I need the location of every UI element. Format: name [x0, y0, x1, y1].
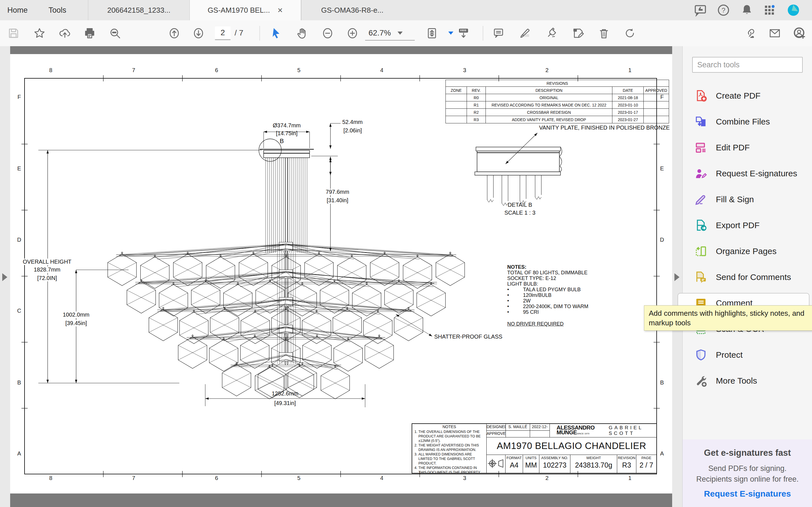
print-button[interactable]: [82, 25, 98, 41]
protect-icon: [695, 348, 707, 361]
search-input[interactable]: [692, 57, 803, 73]
zone-label: 1: [621, 67, 638, 73]
designed-date: 2022-12-14: [530, 424, 550, 431]
sidebar-item-export-pdf[interactable]: Export PDF: [682, 212, 812, 238]
dim-drop-mm: 52.4mm: [342, 119, 363, 125]
fit-page-button[interactable]: [424, 25, 440, 41]
create-pdf-icon: [695, 89, 707, 102]
chevron-down-icon: [398, 32, 403, 35]
sidebar-item-send-for-comments[interactable]: Send for Comments: [682, 264, 812, 290]
export-pdf-icon: [695, 219, 707, 232]
zone-label: B: [654, 379, 670, 386]
zone-label: 8: [42, 475, 59, 482]
sidebar-item-combine-files[interactable]: Combine Files: [682, 109, 812, 135]
zoom-out-button[interactable]: [320, 25, 336, 41]
zoom-in-button[interactable]: [345, 25, 360, 41]
sidebar-item-organize-pages[interactable]: Organize Pages: [682, 238, 812, 264]
toolbar-divider: [483, 26, 483, 41]
organize-pages-icon: [695, 245, 707, 258]
zone-label: 2: [539, 475, 555, 482]
search-button[interactable]: [107, 25, 123, 41]
combine-files-icon: [695, 115, 707, 128]
dim-body-in: [39.45in]: [64, 320, 88, 327]
alessandro-munge-logo: ALESSANDROMUNGESINCE 1970: [557, 425, 595, 436]
save-button[interactable]: [6, 25, 21, 41]
request-e-signatures-icon: [695, 167, 707, 180]
designed-value: S. MAILLÉ: [506, 424, 530, 431]
revisions-table: REVISIONSZONEREV.DESCRIPTIONDATEAPPROVED…: [446, 80, 669, 123]
comment-tool-button[interactable]: [491, 25, 506, 41]
revision-row: R1REVISED ACCORDING TO REMARKS MADE ON D…: [446, 101, 669, 109]
zone-label: 7: [125, 475, 142, 482]
zone-label: F: [11, 94, 28, 100]
notes-title: NOTES:: [507, 264, 589, 270]
page-gap-top: [10, 46, 672, 54]
sign-tool-button[interactable]: [544, 25, 559, 41]
document-tab-2-active[interactable]: GS-AM1970 BEL...✕: [190, 0, 301, 20]
sidebar-item-label: Fill & Sign: [716, 194, 754, 204]
close-tab-icon[interactable]: ✕: [277, 0, 283, 20]
share-link-button[interactable]: [742, 25, 758, 41]
drawing-title: AM1970 BELLAGIO CHANDELIER ASSEMBLY: [486, 437, 656, 455]
hand-tool-button[interactable]: [294, 25, 310, 41]
share-upload-button[interactable]: [57, 25, 73, 41]
page-edit-tool-button[interactable]: [570, 25, 586, 41]
page-number-input[interactable]: 2: [215, 26, 231, 40]
esign-promo-panel: Get e-signatures fast Send PDFs for sign…: [682, 439, 812, 507]
star-favorite-button[interactable]: [32, 25, 47, 41]
feedback-icon[interactable]: [694, 3, 707, 17]
fit-options-chevron-icon[interactable]: [448, 32, 453, 35]
dim-drop-in: [2.06in]: [343, 127, 362, 134]
dim-bottom-mm: 1252.6mm: [272, 390, 299, 397]
zone-label: 1: [621, 475, 638, 482]
trash-button[interactable]: [596, 25, 612, 41]
sidebar-item-fill-sign[interactable]: Fill & Sign: [682, 186, 812, 212]
titleblock-notes-title: NOTES: [414, 425, 485, 429]
select-tool-button[interactable]: [268, 25, 284, 41]
revision-value: R3: [617, 461, 636, 469]
email-button[interactable]: [767, 25, 783, 41]
next-page-button[interactable]: [191, 25, 206, 41]
document-viewport: REVISIONSZONEREV.DESCRIPTIONDATEAPPROVED…: [0, 46, 682, 507]
zoom-level-dropdown[interactable]: 62.7%: [365, 26, 415, 41]
help-icon[interactable]: ?: [717, 3, 730, 17]
send-for-comments-icon: [695, 271, 707, 284]
sidebar-item-create-pdf[interactable]: Create PDF: [682, 83, 812, 109]
zone-label: E: [654, 165, 670, 172]
sidebar-item-protect[interactable]: Protect: [682, 342, 812, 368]
document-tab-1[interactable]: 206642158_1233...: [88, 0, 190, 20]
dim-diameter-in: [14.75in]: [276, 130, 298, 136]
scrolling-mode-button[interactable]: [456, 25, 471, 41]
tools-tab[interactable]: Tools: [49, 0, 66, 20]
title-block: NOTES THE OVERALL DIMENSIONS OF THE PROD…: [412, 424, 657, 473]
left-panel-handle[interactable]: [0, 46, 10, 507]
rotate-button[interactable]: [622, 25, 638, 41]
request-esignatures-link[interactable]: Request E-signatures: [704, 489, 791, 499]
fill-sign-icon: [695, 193, 707, 206]
sidebar-item-edit-pdf[interactable]: Edit PDF: [682, 135, 812, 161]
designed-label: DESIGNED: [486, 424, 506, 431]
vanity-plate-callout: VANITY PLATE, FINISHED IN POLISHED BRONZ…: [539, 124, 670, 131]
apps-grid-icon[interactable]: [763, 3, 776, 17]
expand-right-icon: [674, 273, 679, 281]
add-person-button[interactable]: [792, 25, 808, 41]
bell-icon[interactable]: [740, 3, 754, 17]
page-total-label: / 7: [235, 26, 243, 40]
sidebar-item-more-tools[interactable]: More Tools: [682, 368, 812, 394]
right-panel-handle[interactable]: [672, 46, 682, 507]
home-tab[interactable]: Home: [7, 0, 28, 20]
revision-row: R3ADDED VANITY PLATE, REVISED DROP2023-0…: [446, 116, 669, 123]
zone-label: 6: [208, 475, 225, 482]
avatar[interactable]: [786, 3, 800, 17]
pdf-page: REVISIONSZONEREV.DESCRIPTIONDATEAPPROVED…: [10, 54, 672, 494]
sidebar-item-label: Create PDF: [716, 91, 760, 101]
page-gap-bottom: [10, 494, 672, 507]
tools-sidebar: Create PDFCombine FilesEdit PDFRequest E…: [682, 46, 812, 507]
sidebar-item-request-e-signatures[interactable]: Request E-signatures: [682, 161, 812, 186]
assembly-number: 102273: [539, 461, 570, 469]
document-tab-3[interactable]: GS-OMA36-R8-e...: [301, 0, 403, 20]
zone-label: 2: [539, 67, 555, 73]
dim-overall-mm: 1828.7mm: [33, 267, 62, 273]
highlight-tool-button[interactable]: [517, 25, 533, 41]
previous-page-button[interactable]: [166, 25, 182, 41]
